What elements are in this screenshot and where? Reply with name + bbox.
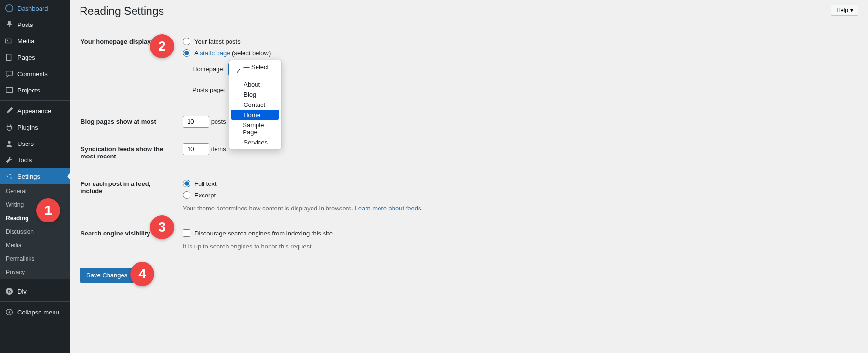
sidebar-label: Users [17, 140, 34, 147]
dropdown-option-home[interactable]: Home [231, 110, 279, 120]
wrench-icon [5, 156, 14, 164]
homepage-dropdown-panel: ✓— Select — About Blog Contact Home Samp… [229, 60, 282, 150]
svg-point-2 [7, 40, 8, 41]
blog-pages-suffix: posts [211, 118, 226, 125]
svg-text:D: D [8, 289, 11, 294]
blog-pages-input[interactable] [183, 116, 209, 128]
syndication-suffix: items [211, 145, 226, 153]
svg-rect-3 [7, 54, 11, 61]
seo-note: It is up to search engines to honor this… [183, 243, 853, 250]
sidebar-label: Pages [17, 54, 35, 61]
sidebar-item-media[interactable]: Media [0, 33, 70, 49]
help-button[interactable]: Help ▾ [831, 5, 858, 16]
sidebar-item-users[interactable]: Users [0, 135, 70, 152]
annotation-3: 3 [150, 215, 174, 239]
posts-page-select-label: Posts page: [192, 86, 226, 93]
sidebar-label: Posts [17, 21, 33, 28]
checkbox-discourage-seo-label[interactable]: Discourage search engines from indexing … [194, 230, 333, 237]
submenu-media[interactable]: Media [0, 238, 70, 252]
radio-static-page-label[interactable]: A static page (select below) [194, 50, 271, 57]
annotation-2: 2 [150, 34, 174, 58]
sidebar-item-appearance[interactable]: Appearance [0, 103, 70, 119]
svg-point-8 [10, 177, 12, 179]
radio-static-page[interactable] [183, 49, 190, 57]
sidebar-separator [0, 281, 70, 281]
sidebar-label: Projects [17, 87, 40, 94]
page-title: Reading Settings [80, 5, 164, 18]
settings-icon [5, 172, 14, 181]
submenu-discussion[interactable]: Discussion [0, 225, 70, 238]
save-button[interactable]: Save Changes [80, 268, 134, 283]
projects-icon [5, 86, 14, 94]
dropdown-option-about[interactable]: About [231, 79, 279, 90]
dashboard-icon [5, 4, 14, 13]
svg-point-6 [9, 174, 11, 175]
feed-desc: Your theme determines how content is dis… [183, 205, 853, 212]
brush-icon [5, 106, 14, 115]
admin-sidebar: Dashboard Posts Media Pages Comments Pro… [0, 0, 70, 353]
main-content: Reading Settings Help ▾ Your homepage di… [70, 0, 868, 353]
sidebar-label: Settings [17, 173, 40, 180]
sidebar-separator [0, 100, 70, 101]
sidebar-label: Divi [17, 288, 28, 295]
chevron-down-icon: ▾ [850, 7, 853, 13]
sidebar-label: Comments [17, 70, 48, 78]
dropdown-option-sample-page[interactable]: Sample Page [231, 120, 279, 137]
static-page-link[interactable]: static page [200, 50, 231, 57]
dropdown-option-contact[interactable]: Contact [231, 100, 279, 110]
row-label-blog-pages: Blog pages show at most [81, 108, 177, 135]
sidebar-item-settings[interactable]: Settings [0, 168, 70, 184]
sidebar-label: Media [17, 38, 34, 45]
sidebar-label: Collapse menu [17, 309, 59, 316]
radio-latest-posts[interactable] [183, 38, 190, 45]
sidebar-item-comments[interactable]: Comments [0, 65, 70, 82]
submenu-general[interactable]: General [0, 184, 70, 198]
radio-excerpt[interactable] [183, 191, 190, 199]
svg-point-7 [7, 176, 8, 177]
sidebar-item-plugins[interactable]: Plugins [0, 119, 70, 135]
dropdown-option-services[interactable]: Services [231, 137, 279, 147]
pin-icon [5, 20, 14, 29]
submenu-privacy[interactable]: Privacy [0, 265, 70, 279]
sidebar-item-posts[interactable]: Posts [0, 16, 70, 33]
submenu-permalinks[interactable]: Permalinks [0, 252, 70, 265]
divi-icon: D [5, 287, 14, 296]
svg-rect-1 [6, 39, 11, 43]
svg-rect-4 [6, 88, 13, 93]
checkbox-discourage-seo[interactable] [183, 229, 190, 237]
sidebar-label: Tools [17, 157, 32, 164]
annotation-1: 1 [36, 198, 60, 222]
radio-latest-posts-label[interactable]: Your latest posts [194, 38, 241, 45]
comment-icon [5, 69, 14, 78]
learn-feeds-link[interactable]: Learn more about feeds [354, 205, 421, 212]
sidebar-separator [0, 301, 70, 302]
row-label-feed-content: For each post in a feed, include [81, 170, 177, 219]
plug-icon [5, 123, 14, 131]
pages-icon [5, 53, 14, 62]
dropdown-option-blog[interactable]: Blog [231, 90, 279, 100]
sidebar-label: Appearance [17, 107, 51, 115]
media-icon [5, 37, 14, 45]
radio-full-text-label[interactable]: Full text [194, 180, 217, 187]
sidebar-item-projects[interactable]: Projects [0, 82, 70, 98]
check-icon: ✓ [236, 67, 241, 75]
dropdown-option-select[interactable]: ✓— Select — [231, 62, 279, 79]
collapse-icon [5, 308, 14, 316]
svg-point-5 [8, 141, 10, 144]
syndication-input[interactable] [183, 143, 209, 155]
sidebar-item-dashboard[interactable]: Dashboard [0, 0, 70, 16]
row-label-syndication: Syndication feeds show the most recent [81, 136, 177, 170]
sidebar-item-divi[interactable]: D Divi [0, 283, 70, 300]
homepage-select-label: Homepage: [192, 65, 225, 73]
sidebar-submenu: General Writing Reading Discussion Media… [0, 184, 70, 279]
sidebar-item-pages[interactable]: Pages [0, 49, 70, 65]
radio-excerpt-label[interactable]: Excerpt [194, 192, 216, 199]
sidebar-item-tools[interactable]: Tools [0, 152, 70, 168]
sidebar-label: Plugins [17, 124, 38, 131]
sidebar-collapse[interactable]: Collapse menu [0, 304, 70, 320]
radio-full-text[interactable] [183, 180, 190, 187]
annotation-4: 4 [130, 262, 154, 286]
user-icon [5, 139, 14, 148]
sidebar-label: Dashboard [17, 5, 48, 12]
